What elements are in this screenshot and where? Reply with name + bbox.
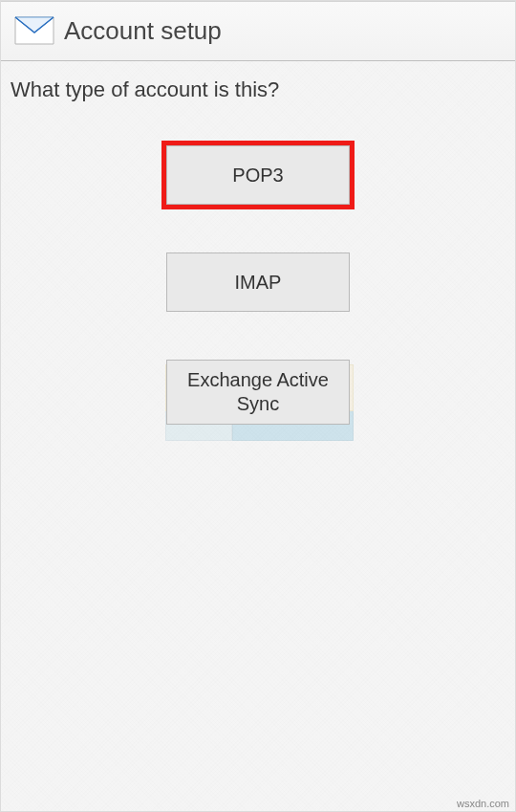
page-title: Account setup: [64, 16, 222, 46]
pop3-button[interactable]: POP3: [166, 145, 350, 205]
account-type-buttons: POP3 IMAP Exchange Active Sync: [1, 145, 515, 425]
imap-button[interactable]: IMAP: [166, 252, 350, 312]
mail-icon: [14, 16, 54, 45]
app-header: Account setup: [1, 1, 515, 61]
exchange-activesync-button[interactable]: Exchange Active Sync: [166, 360, 350, 425]
source-credit: wsxdn.com: [457, 798, 509, 809]
account-type-prompt: What type of account is this?: [1, 61, 515, 102]
